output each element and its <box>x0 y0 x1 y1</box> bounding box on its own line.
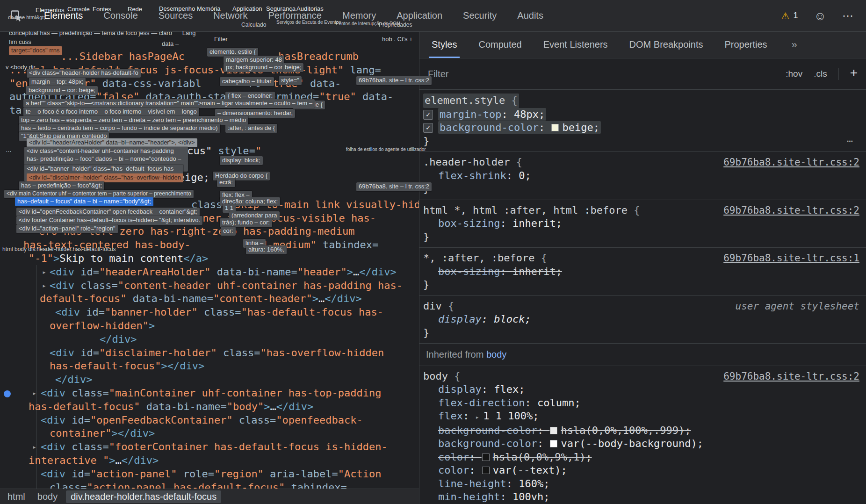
css-declaration[interactable]: color: var(--text); <box>419 464 866 477</box>
dom-tree-line[interactable]: holder has-default-focus" style=" <box>0 144 419 158</box>
dom-tree-line[interactable]: "-1">Skip to main content</a> <box>0 252 419 266</box>
css-declaration[interactable]: ✓margin-top: 48px; <box>419 108 866 122</box>
dom-tree-line[interactable]: default-focus" data-bi-name="content-hea… <box>0 292 419 306</box>
dom-tree-line[interactable]: ▸<div class="footerContainer has-default… <box>0 440 419 454</box>
breadcrumb-item[interactable]: html <box>7 491 25 502</box>
dom-tree-line[interactable]: <div id="openFeedbackContainer" class="o… <box>0 414 419 427</box>
dom-tree-line[interactable]: l-focused is-fixed has-inner-focus focus… <box>0 212 419 225</box>
rule-selector[interactable]: body <box>423 370 448 382</box>
dom-tree-line[interactable]: ">== $0 <box>0 185 419 198</box>
devtools-tab-application[interactable]: Application <box>397 10 442 21</box>
dom-tree-line[interactable]: has-default-focus"></div> <box>0 360 419 373</box>
expand-arrow-icon[interactable]: ▸ <box>42 266 46 279</box>
dom-tree-line[interactable]: </div> <box>0 333 419 346</box>
dom-tree-line[interactable]: "en" dir="ltr" data-css-variablrt="true"… <box>0 77 419 91</box>
devtools-tab-sources[interactable]: Sources <box>159 10 193 21</box>
declaration-checkbox[interactable]: ✓ <box>423 110 433 120</box>
dom-tree-line[interactable]: authenticated="false" data-auth-status-d… <box>0 90 419 104</box>
declaration-checkbox[interactable]: ✓ <box>423 123 433 133</box>
css-declaration[interactable]: display: flex; <box>419 383 866 396</box>
inspect-element-icon[interactable] <box>9 9 23 23</box>
stylesheet-link[interactable]: 69b76ba8.site-ltr.css:1 <box>723 252 859 265</box>
expand-arrow-icon[interactable]: ▸ <box>42 279 46 293</box>
dom-tree-line[interactable]: ...top: 48px; <box>0 158 419 171</box>
more-menu-icon[interactable]: ⋯ <box>842 9 854 22</box>
rule-selector[interactable]: *, :after, :before <box>423 252 534 264</box>
rule-selector[interactable]: html *, html :after, html :before <box>423 204 628 216</box>
color-swatch[interactable] <box>482 454 490 461</box>
css-declaration[interactable]: ✓background-color: beige; <box>419 121 866 135</box>
dom-tree-line[interactable]: ▸<div class="mainContainer uhf-container… <box>0 387 419 400</box>
css-declaration[interactable]: box-sizing: inherit; <box>419 265 866 279</box>
css-declaration[interactable]: box-sizing: inherit; <box>419 217 866 230</box>
devtools-tab-memory[interactable]: Memory <box>342 10 376 21</box>
sidebar-tab-computed[interactable]: Computed <box>478 31 521 58</box>
inherited-element-link[interactable]: body <box>486 349 506 360</box>
css-declaration[interactable]: flex-direction: column; <box>419 396 866 410</box>
dom-tree-line[interactable]: class="skip-to-main link visually-hidden… <box>0 198 419 212</box>
dom-tree-line[interactable]: <div id="banner-holder" class="has-defau… <box>0 306 419 319</box>
rule-selector[interactable]: .header-holder <box>423 156 510 168</box>
stylesheet-link[interactable]: 69b76ba8.site-ltr.css:2 <box>723 370 859 383</box>
dom-tree-line[interactable]: class="action-panel has-default-focus" t… <box>0 481 419 489</box>
overflow-tabs-icon[interactable]: » <box>792 39 797 51</box>
dom-tree-line[interactable]: <div id="disclaimer-holder" class="has-o… <box>0 346 419 360</box>
dom-tree-line[interactable]: overflow-hidden"> <box>0 319 419 333</box>
color-swatch[interactable] <box>551 124 559 131</box>
dom-text-segment: tar <box>9 104 28 116</box>
feedback-smiley-icon[interactable]: ☺ <box>814 10 826 22</box>
expand-arrow-icon[interactable]: ▸ <box>32 440 36 454</box>
rule-selector[interactable]: element.style <box>425 94 505 106</box>
devtools-tab-network[interactable]: Network <box>213 10 247 21</box>
dom-tree-line[interactable]: has-text-centered has-body-d-medium" tab… <box>0 238 419 252</box>
toggle-cls[interactable]: .cls <box>814 69 827 79</box>
devtools-tab-console[interactable]: Console <box>103 10 137 21</box>
dom-tree-line[interactable]: has-default-focus" data-bi-name="body">…… <box>0 400 419 414</box>
more-options-icon[interactable]: ⋯ <box>847 135 854 148</box>
dom-tree-line[interactable]: container"></div> <box>0 427 419 440</box>
css-declaration[interactable]: background-color: var(--body-background)… <box>419 437 866 451</box>
new-style-rule-button[interactable]: + <box>850 65 858 80</box>
css-declaration[interactable]: min-height: 100vh; <box>419 490 866 504</box>
breadcrumb-item[interactable]: body <box>37 491 58 502</box>
dom-tree-line[interactable]: ero has-left-zero has-right-zero has-pad… <box>0 225 419 238</box>
devtools-tab-security[interactable]: Security <box>463 10 497 21</box>
dom-tree-line[interactable]: <div id="action-panel" role="region" ari… <box>0 468 419 481</box>
color-swatch[interactable] <box>550 440 557 447</box>
css-declaration[interactable]: display: block; <box>419 313 866 326</box>
sidebar-tab-properties[interactable]: Properties <box>724 31 767 58</box>
css-declaration[interactable]: flex-shrink: 0; <box>419 169 866 183</box>
rule-selector[interactable]: div <box>423 300 442 312</box>
dom-tree-line[interactable]: tar <box>0 104 419 117</box>
console-warning-badge[interactable]: ⚠ 1 <box>781 10 798 22</box>
css-declaration[interactable]: flex: ▸ 1 1 100%; <box>419 410 866 424</box>
dom-tree-line[interactable]: </div> <box>0 373 419 387</box>
dom-tree-line[interactable]: interactive ">…</div> <box>0 454 419 468</box>
css-declaration[interactable]: color: hsla(0,0%,9%,1); <box>419 451 866 464</box>
css-declaration[interactable]: background-color: hsla(0,0%,100%,.999); <box>419 424 866 438</box>
color-swatch[interactable] <box>482 467 490 474</box>
devtools-tab-elements[interactable]: Elements <box>44 10 83 21</box>
sidebar-tab-event-listeners[interactable]: Event Listeners <box>543 31 608 58</box>
devtools-tab-performance[interactable]: Performance <box>268 10 322 21</box>
expand-arrow-icon[interactable]: ▸ <box>32 387 36 400</box>
breadcrumb-item[interactable]: div.header-holder.has-default-focus <box>66 490 221 503</box>
css-property-name: color <box>438 464 469 476</box>
dom-tree-line[interactable]: ...ual has-default-focus js-focus-visibl… <box>0 64 419 77</box>
dom-tree-line[interactable]: ▸<div id="headerAreaHolder" data-bi-name… <box>0 266 419 279</box>
toggle-hov[interactable]: :hov <box>786 69 802 79</box>
stylesheet-link[interactable]: 69b76ba8.site-ltr.css:2 <box>723 204 859 217</box>
dom-text-segment: "header" <box>297 266 347 278</box>
sidebar-tab-styles[interactable]: Styles <box>432 31 457 58</box>
styles-filter-input[interactable]: Filter <box>428 69 786 79</box>
breakpoint-dot[interactable] <box>4 390 11 397</box>
dom-tree-line[interactable]: ...Sidebar hasPageAchasBreadcrumb <box>0 50 419 64</box>
css-declaration[interactable]: line-height: 160%; <box>419 477 866 491</box>
devtools-tab-audits[interactable]: Audits <box>517 10 543 21</box>
expand-value-arrow-icon[interactable]: ▸ <box>475 413 483 421</box>
dom-tree-line[interactable]: ▸<div class="content-header uhf-containe… <box>0 279 419 293</box>
sidebar-tab-dom-breakpoints[interactable]: DOM Breakpoints <box>629 31 703 58</box>
color-swatch[interactable] <box>550 427 557 434</box>
dom-tree-line[interactable]: background-color: beige; <box>0 171 419 185</box>
stylesheet-link[interactable]: 69b76ba8.site-ltr.css:2 <box>723 156 859 169</box>
